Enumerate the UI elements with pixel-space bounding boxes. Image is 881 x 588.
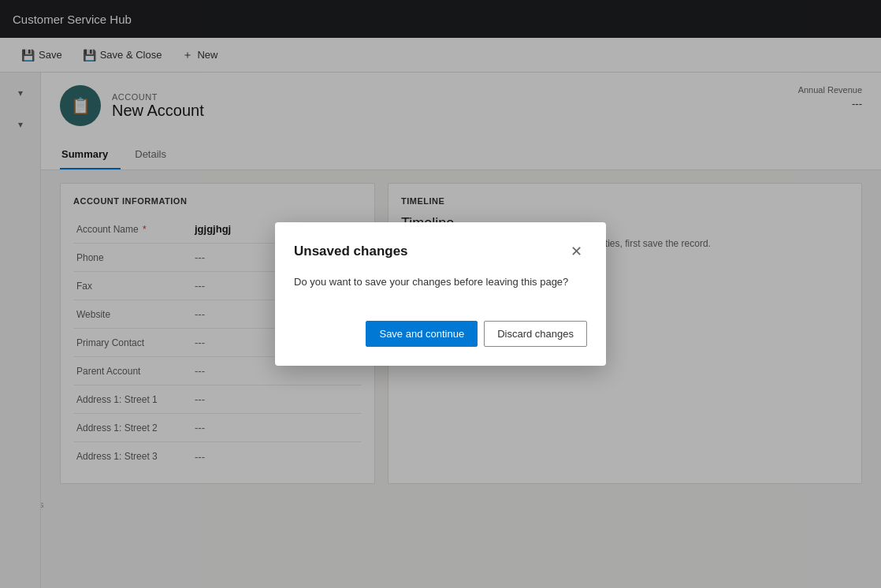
save-and-continue-button[interactable]: Save and continue (366, 321, 478, 347)
modal-body-text: Do you want to save your changes before … (294, 276, 568, 288)
modal-overlay: Unsaved changes ✕ Do you want to save yo… (0, 0, 881, 588)
discard-changes-label: Discard changes (497, 328, 574, 340)
unsaved-changes-modal: Unsaved changes ✕ Do you want to save yo… (275, 222, 606, 367)
modal-header: Unsaved changes ✕ (294, 241, 587, 262)
modal-body: Do you want to save your changes before … (294, 274, 587, 290)
discard-changes-button[interactable]: Discard changes (484, 321, 587, 347)
save-and-continue-label: Save and continue (379, 328, 464, 340)
close-icon: ✕ (571, 244, 582, 259)
modal-footer: Save and continue Discard changes (294, 321, 587, 347)
modal-close-button[interactable]: ✕ (566, 241, 587, 262)
modal-title: Unsaved changes (294, 244, 408, 259)
